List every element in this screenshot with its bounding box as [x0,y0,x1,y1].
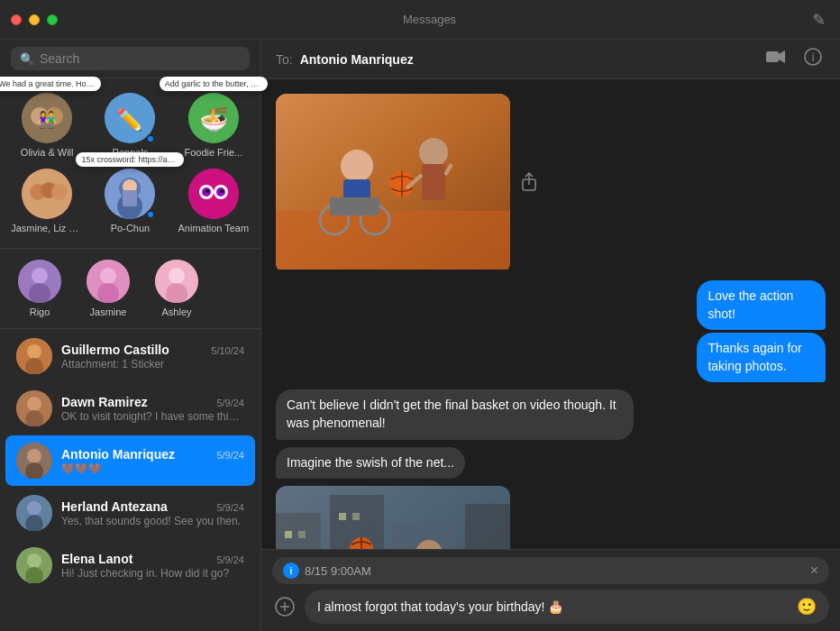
compose-close-button[interactable]: × [810,562,818,579]
avatar-elena [16,547,52,583]
svg-text:👫: 👫 [37,110,58,130]
recent-name-rigo: Rigo [30,306,50,317]
svg-rect-59 [330,197,379,215]
unread-dot-penpals [146,134,155,143]
convo-item-dawn[interactable]: Dawn Ramirez 5/9/24 OK to visit tonight?… [5,383,255,434]
avatar-jasmine-r [87,260,130,303]
title-bar: Messages ✎ [0,0,840,40]
svg-point-62 [419,138,448,167]
convo-time-dawn: 5/9/24 [216,398,244,408]
compose-button[interactable]: ✎ [808,6,829,33]
avatar-jasmine-liz [22,169,72,219]
convo-name-antonio: Antonio Manriquez [61,447,175,462]
window-title: Messages [58,13,801,26]
svg-point-55 [341,150,373,182]
convo-time-guillermo: 5/10/24 [211,345,244,356]
compose-draft-text[interactable]: I almost forgot that today's your birthd… [317,599,797,614]
recent-item-rigo[interactable]: Rigo [14,256,65,321]
convo-time-herland: 5/9/24 [216,502,244,513]
info-button[interactable]: i [800,44,826,74]
sidebar-header: 🔍 [0,40,260,78]
svg-point-17 [188,169,239,219]
svg-text:✏️: ✏️ [116,106,143,133]
compose-input-container[interactable]: I almost forgot that today's your birthd… [305,590,829,624]
pinned-item-foodie[interactable]: 🍜 Add garlic to the butter, and then... … [174,89,253,161]
svg-point-25 [32,268,48,284]
convo-preview-herland: Yes, that sounds good! See you then. [61,515,244,527]
convo-preview-elena: Hi! Just checking in. How did it go? [61,567,244,580]
convo-preview-antonio: 🤎🤎🤎 [61,462,244,475]
convo-item-guillermo[interactable]: Guillermo Castillo 5/10/24 Attachment: 1… [5,331,255,381]
compose-info: i 8/15 9:00AM [283,562,803,579]
pinned-contacts-grid: 👫 We had a great time. Home with th... O… [0,78,260,249]
app-container: 🔍 👫 We had a great time. H [0,40,840,631]
chat-area: To: Antonio Manriquez i [261,40,840,631]
svg-point-43 [27,501,41,516]
svg-point-11 [51,184,68,200]
compose-bottom: I almost forgot that today's your birthd… [272,590,829,624]
message-bubble-received1: Can't believe I didn't get the final bas… [276,389,634,439]
message-image-1[interactable] [276,94,510,273]
avatar-dawn [16,390,52,426]
chat-header: To: Antonio Manriquez i [261,40,840,79]
preview-bubble-pochun: 15x crossword: https://apple.news/... [76,152,184,167]
svg-point-31 [169,268,185,284]
svg-marker-49 [779,50,785,63]
avatar-herland [16,495,52,531]
svg-text:i: i [812,51,815,64]
pinned-name-olivia: Olivia & Will [21,147,74,158]
chat-header-actions: i [762,44,826,74]
share-button-1[interactable] [517,169,541,199]
pinned-name-animation-team: Animation Team [178,223,249,233]
svg-point-40 [27,449,41,463]
avatar-foodie: 🍜 [188,93,239,143]
svg-point-37 [27,397,41,411]
video-call-button[interactable] [762,44,790,74]
pinned-item-olivia-will[interactable]: 👫 We had a great time. Home with th... O… [7,89,87,161]
compose-timestamp: 8/15 9:00AM [305,564,371,578]
search-input[interactable] [40,51,241,66]
recent-item-jasmine[interactable]: Jasmine [83,256,133,321]
svg-point-46 [27,553,41,568]
convo-time-elena: 5/9/24 [216,554,244,565]
pinned-item-animation-team[interactable]: Animation Team [174,165,253,237]
preview-bubble-foodie: Add garlic to the butter, and then... [160,77,268,91]
convo-item-elena[interactable]: Elena Lanot 5/9/24 Hi! Just checking in.… [5,540,255,590]
convo-name-guillermo: Guillermo Castillo [61,343,169,357]
message-bubble-received2: Imagine the swish of the net... [276,447,465,480]
message-image-2[interactable] [276,486,510,549]
maximize-button[interactable] [47,14,58,25]
svg-point-23 [220,189,224,193]
compose-top-bar: i 8/15 9:00AM × [272,557,829,584]
pinned-item-pochun[interactable]: 15x crossword: https://apple.news/... Po… [90,165,169,237]
convo-item-antonio[interactable]: Antonio Manriquez 5/9/24 🤎🤎🤎 [5,435,255,486]
svg-rect-68 [276,513,321,549]
message-row-image1 [276,94,826,273]
pinned-item-penpals[interactable]: ✏️ Penpals [90,89,169,161]
message-row-image2 [276,486,826,549]
preview-bubble-olivia: We had a great time. Home with th... [0,77,101,91]
pinned-name-pochun: Po-Chun [111,223,150,233]
minimize-button[interactable] [29,14,40,25]
convo-time-antonio: 5/9/24 [216,450,244,461]
sidebar: 🔍 👫 We had a great time. H [0,40,261,631]
conversation-list: Guillermo Castillo 5/10/24 Attachment: 1… [0,329,260,631]
recent-name-ashley: Ashley [161,306,191,317]
messages-container: Love the action shot! Thanks again for t… [261,79,840,549]
svg-rect-72 [285,531,292,538]
search-bar[interactable]: 🔍 [11,47,250,70]
svg-rect-73 [298,531,306,538]
convo-item-herland[interactable]: Herland Antezana 5/9/24 Yes, that sounds… [5,488,255,538]
add-attachment-button[interactable] [272,594,297,619]
to-label: To: [276,52,293,67]
pinned-item-jasmine-liz[interactable]: Jasmine, Liz &... [7,165,87,237]
message-bubble-sent2: Thanks again for taking photos. [697,333,826,382]
svg-point-34 [27,344,41,359]
svg-rect-63 [422,164,445,200]
svg-rect-54 [276,211,510,270]
avatar-rigo [18,260,61,303]
traffic-lights [11,14,58,25]
emoji-picker-button[interactable]: 🙂 [797,597,817,617]
recent-item-ashley[interactable]: Ashley [151,256,202,321]
close-button[interactable] [11,14,22,25]
